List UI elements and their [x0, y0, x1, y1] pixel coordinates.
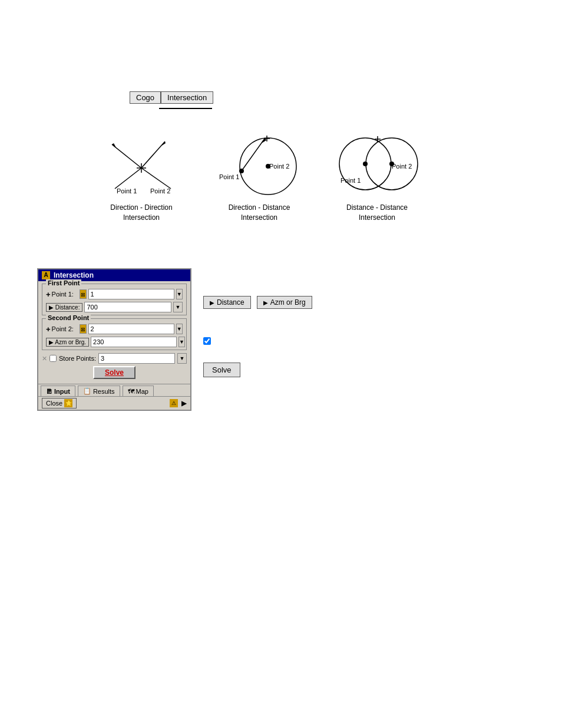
svg-text:Point 2: Point 2: [269, 163, 289, 170]
svg-text:Point 2: Point 2: [392, 163, 412, 170]
tab-input-label: Input: [54, 388, 70, 395]
point1-dropdown[interactable]: ▼: [176, 289, 183, 299]
store-points-row: ✕ Store Points: ▼: [42, 353, 187, 364]
diagram-dist-dist-label: Distance - DistanceIntersection: [346, 203, 408, 223]
right-controls: ▶ Distance ▶ Azm or Brg Solve: [203, 296, 312, 377]
distance-azmbrg-row: ▶ Distance ▶ Azm or Brg: [203, 296, 312, 309]
first-point-group: First Point + Point 1: ⊠ ▼ ▶ Distance: ▼: [42, 284, 187, 315]
solve-outer-button[interactable]: Solve: [203, 363, 240, 377]
store-points-input[interactable]: [98, 353, 175, 364]
dialog-bottom-bar: Close ⭐ ⚠ ▶: [38, 396, 190, 410]
point2-row: + Point 2: ⊠ ▼: [46, 324, 183, 334]
svg-text:Point 1: Point 1: [340, 177, 361, 184]
second-point-legend: Second Point: [46, 314, 91, 321]
intersection-menu-button[interactable]: Intersection: [161, 91, 213, 104]
close-bottom-icon: ⭐: [64, 399, 72, 407]
distance-input[interactable]: [84, 302, 171, 312]
point1-input[interactable]: [88, 289, 174, 299]
distance-arrow-btn[interactable]: ▶ Distance:: [46, 303, 82, 312]
tab-map-label: Map: [136, 388, 148, 395]
close-button[interactable]: Close ⭐: [42, 398, 77, 409]
point1-img-icon: ⊠: [80, 289, 86, 299]
distance-tri-icon: ▶: [210, 299, 214, 306]
azmbrg-ctrl-label: Azm or Brg: [270, 298, 306, 307]
tab-results[interactable]: 📋 Results: [78, 386, 120, 396]
store-points-dropdown[interactable]: ▼: [177, 353, 187, 364]
point1-row: + Point 1: ⊠ ▼: [46, 289, 183, 299]
cross-icon-2: +: [46, 325, 51, 334]
bottom-arrow: ▶: [181, 399, 187, 407]
dialog-body: First Point + Point 1: ⊠ ▼ ▶ Distance: ▼…: [38, 281, 190, 384]
azmbrg-dropdown[interactable]: ▼: [178, 337, 185, 347]
dialog-tabs: 🖹 Input 📋 Results 🗺 Map: [38, 384, 190, 396]
svg-line-11: [242, 138, 265, 171]
distance-distance-svg: Point 1 Point 2: [330, 124, 424, 200]
distance-ctrl-button[interactable]: ▶ Distance: [203, 296, 251, 309]
tab-input-icon: 🖹: [46, 388, 52, 395]
direction-direction-svg: Point 1 Point 2: [94, 124, 189, 200]
right-checkbox[interactable]: [203, 337, 211, 345]
svg-marker-3: [161, 141, 166, 146]
x-icon: ✕: [42, 355, 47, 363]
intersection-dialog: A Intersection First Point + Point 1: ⊠ …: [37, 268, 191, 411]
tab-input[interactable]: 🖹 Input: [41, 386, 75, 396]
svg-text:Point 1: Point 1: [117, 187, 137, 195]
diagram-dir-dist-label: Direction - DistanceIntersection: [229, 203, 290, 223]
dialog-title-icon: A: [42, 271, 50, 279]
svg-marker-1: [112, 143, 117, 149]
right-checkbox-row: [203, 337, 312, 345]
distance-ctrl-label: Distance: [217, 298, 244, 307]
svg-point-15: [239, 169, 244, 173]
azmbrg-input[interactable]: [91, 337, 177, 347]
azmbrg-tri-icon: ▶: [263, 299, 268, 306]
diagram-direction-direction: Point 1 Point 2 Direction - DirectionInt…: [94, 124, 189, 223]
tab-results-label: Results: [93, 388, 115, 395]
tab-map-icon: 🗺: [128, 388, 134, 395]
azmbrg-arrow-btn[interactable]: ▶ Azm or Brg.: [46, 338, 89, 347]
direction-distance-svg: Point 1 Point 2: [212, 124, 306, 200]
svg-text:Point 2: Point 2: [150, 187, 170, 195]
cross-icon-1: +: [46, 290, 51, 299]
diagram-dd-label: Direction - DirectionIntersection: [110, 203, 172, 223]
first-point-legend: First Point: [46, 279, 81, 286]
svg-line-4: [115, 168, 141, 189]
svg-text:Point 1: Point 1: [219, 173, 239, 180]
distance-row: ▶ Distance: ▼: [46, 302, 183, 312]
azmbrg-row: ▶ Azm or Brg. ▼: [46, 337, 183, 347]
tab-results-icon: 📋: [83, 387, 91, 395]
point2-dropdown[interactable]: ▼: [176, 324, 183, 334]
point2-img-icon: ⊠: [80, 324, 86, 334]
menu-underline: [159, 108, 212, 109]
azmbrg-ctrl-button[interactable]: ▶ Azm or Brg: [257, 296, 312, 309]
menu-bar: Cogo Intersection: [130, 91, 213, 104]
svg-line-2: [141, 141, 165, 168]
diagram-direction-distance: Point 1 Point 2 Direction - DistanceInte…: [212, 124, 306, 223]
svg-line-5: [141, 168, 171, 189]
svg-point-21: [363, 162, 368, 166]
diagram-distance-distance: Point 1 Point 2 Distance - DistanceInter…: [330, 124, 424, 223]
point2-input[interactable]: [88, 324, 174, 334]
close-label: Close: [46, 400, 62, 407]
dialog-title-text: Intersection: [54, 271, 94, 279]
solve-button-dialog[interactable]: Solve: [93, 366, 135, 379]
distance-dropdown[interactable]: ▼: [173, 302, 183, 312]
store-points-checkbox[interactable]: [49, 355, 57, 362]
point2-label: + Point 2:: [46, 325, 78, 334]
second-point-group: Second Point + Point 2: ⊠ ▼ ▶ Azm or Brg…: [42, 318, 187, 350]
cogo-menu-button[interactable]: Cogo: [130, 91, 161, 104]
svg-line-0: [112, 144, 141, 168]
store-points-label: Store Points:: [59, 355, 96, 362]
tab-map[interactable]: 🗺 Map: [123, 386, 154, 396]
point1-label: + Point 1:: [46, 290, 78, 299]
diagrams-section: Point 1 Point 2 Direction - DirectionInt…: [94, 124, 424, 223]
bottom-right-icon: ⚠: [170, 399, 178, 407]
